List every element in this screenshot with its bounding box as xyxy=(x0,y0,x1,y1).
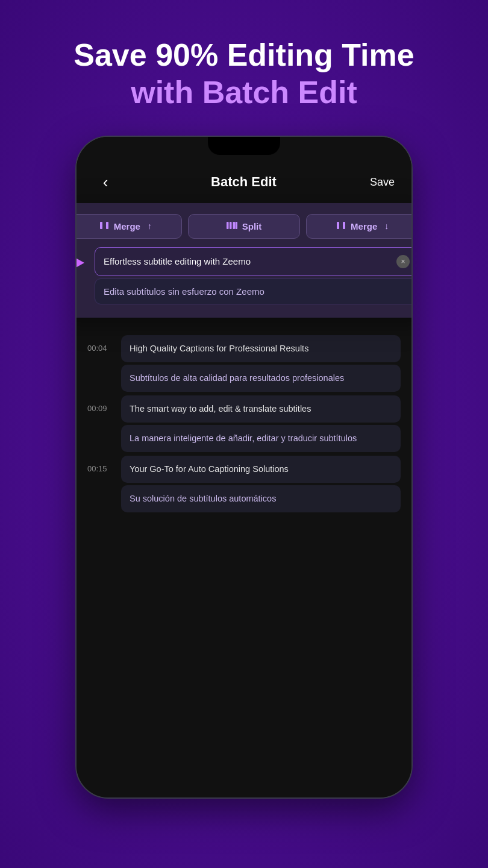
subtitle-translation-1[interactable]: Subtítulos de alta calidad para resultad… xyxy=(121,365,401,392)
svg-rect-6 xyxy=(337,222,339,229)
phone-notch xyxy=(208,137,280,155)
primary-text-input[interactable]: Effortless subtitle editing with Zeemo × xyxy=(95,247,411,276)
timestamp-1: 00:04 xyxy=(87,335,114,353)
svg-rect-0 xyxy=(100,222,102,229)
merge-down-label: Merge xyxy=(351,221,377,231)
subtitle-translation-2[interactable]: La manera inteligente de añadir, editar … xyxy=(121,425,401,452)
split-button[interactable]: Split xyxy=(188,214,301,239)
primary-text-value: Effortless subtitle editing with Zeemo xyxy=(104,256,396,266)
merge-up-icon xyxy=(99,221,109,232)
sub-texts-3: Your Go-To for Auto Captioning Solutions… xyxy=(121,456,401,512)
sub-texts-1: High Quality Captions for Professional R… xyxy=(121,335,401,392)
svg-rect-3 xyxy=(230,222,232,229)
headline: Save 90% Editing Time with Batch Edit xyxy=(49,36,438,112)
edit-area: Effortless subtitle editing with Zeemo ×… xyxy=(77,247,411,304)
headline-line1: Save 90% Editing Time xyxy=(74,36,414,74)
headline-line2: with Batch Edit xyxy=(74,74,414,111)
svg-rect-1 xyxy=(106,222,108,229)
subtitle-group-1: 00:04 High Quality Captions for Professi… xyxy=(87,335,401,392)
subtitle-list: 00:04 High Quality Captions for Professi… xyxy=(77,335,411,516)
batch-edit-panel: Merge ↑ Split xyxy=(77,203,411,318)
screen-title: Batch Edit xyxy=(211,174,277,190)
split-label: Split xyxy=(242,221,262,231)
clear-button[interactable]: × xyxy=(396,255,410,268)
batch-tools-row: Merge ↑ Split xyxy=(77,214,411,239)
subtitle-group-2: 00:09 The smart way to add, edit & trans… xyxy=(87,395,401,452)
translation-text-value: Edita subtítulos sin esfuerzo con Zeemo xyxy=(104,286,264,297)
subtitle-primary-3[interactable]: Your Go-To for Auto Captioning Solutions xyxy=(121,456,401,483)
timestamp-3: 00:15 xyxy=(87,456,114,473)
timestamp-2: 00:09 xyxy=(87,395,114,413)
subtitle-primary-2[interactable]: The smart way to add, edit & translate s… xyxy=(121,395,401,423)
subtitle-group-3: 00:15 Your Go-To for Auto Captioning Sol… xyxy=(87,456,401,512)
split-icon xyxy=(227,221,237,232)
text-inputs: Effortless subtitle editing with Zeemo ×… xyxy=(95,247,411,304)
svg-rect-4 xyxy=(233,222,235,229)
merge-down-arrow: ↓ xyxy=(384,221,389,231)
subtitle-translation-3[interactable]: Su solución de subtítulos automáticos xyxy=(121,485,401,512)
play-icon xyxy=(77,257,84,269)
merge-down-button[interactable]: Merge ↓ xyxy=(306,214,411,239)
merge-up-arrow: ↑ xyxy=(148,221,152,231)
svg-rect-5 xyxy=(235,222,237,229)
play-button[interactable] xyxy=(77,253,89,272)
phone-screen: ‹ Batch Edit Save Merge ↑ xyxy=(77,137,411,797)
svg-rect-7 xyxy=(343,222,345,229)
translation-text-input[interactable]: Edita subtítulos sin esfuerzo con Zeemo xyxy=(95,278,411,304)
sub-texts-2: The smart way to add, edit & translate s… xyxy=(121,395,401,452)
subtitle-primary-1[interactable]: High Quality Captions for Professional R… xyxy=(121,335,401,362)
merge-down-icon xyxy=(336,221,346,232)
merge-up-button[interactable]: Merge ↑ xyxy=(77,214,182,239)
phone-shell: ‹ Batch Edit Save Merge ↑ xyxy=(75,136,413,799)
save-button[interactable]: Save xyxy=(370,176,395,189)
svg-rect-2 xyxy=(227,222,229,229)
merge-up-label: Merge xyxy=(114,221,140,231)
back-button[interactable]: ‹ xyxy=(93,173,117,192)
